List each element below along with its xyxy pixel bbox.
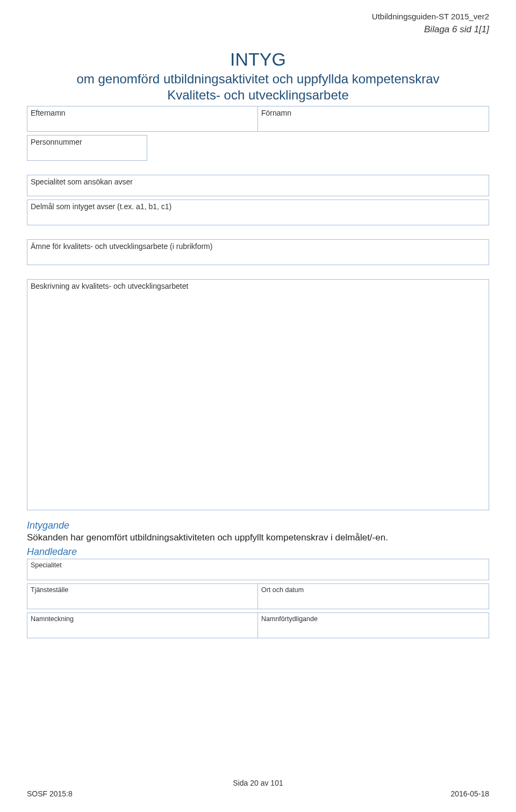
tjanstestalle-label: Tjänsteställe (31, 586, 254, 594)
signature-row: Namnteckning Namnförtydligande (27, 612, 489, 638)
namnteckning-label: Namnteckning (31, 615, 254, 623)
handledare-specialitet-row: Specialitet (27, 559, 489, 580)
handledare-specialitet-field[interactable]: Specialitet (27, 559, 489, 580)
personnummer-field[interactable]: Personnummer (27, 135, 147, 161)
efternamn-label: Efternamn (31, 109, 254, 118)
footer-left: SOSF 2015:8 (27, 789, 73, 798)
name-row: Efternamn Förnamn (27, 106, 489, 132)
page-header-right: Utbildningsguiden-ST 2015_ver2 Bilaga 6 … (372, 12, 489, 35)
title-subline: om genomförd utbildningsaktivitet och up… (27, 72, 489, 87)
tjanstestalle-row: Tjänsteställe Ort och datum (27, 583, 489, 609)
namnfortydligande-label: Namnförtydligande (261, 615, 485, 623)
intygande-heading: Intygande (27, 520, 489, 531)
specialitet-ansokan-field[interactable]: Specialitet som ansökan avser (27, 175, 489, 196)
delmal-field[interactable]: Delmål som intyget avser (t.ex. a1, b1, … (27, 200, 489, 225)
handledare-heading: Handledare (27, 546, 489, 558)
title-block: INTYG om genomförd utbildningsaktivitet … (27, 48, 489, 103)
footer-bar: SOSF 2015:8 2016-05-18 (27, 789, 489, 798)
namnteckning-field[interactable]: Namnteckning (27, 612, 258, 638)
fornamn-label: Förnamn (261, 109, 485, 118)
personnummer-label: Personnummer (31, 138, 144, 147)
ort-datum-field[interactable]: Ort och datum (258, 583, 489, 609)
delmal-label: Delmål som intyget avser (t.ex. a1, b1, … (31, 202, 485, 211)
document-page: Utbildningsguiden-ST 2015_ver2 Bilaga 6 … (0, 0, 516, 812)
amne-label: Ämne för kvalitets- och utvecklingsarbet… (31, 242, 485, 251)
footer-right: 2016-05-18 (450, 789, 489, 798)
title-main: INTYG (27, 48, 489, 70)
beskrivning-row: Beskrivning av kvalitets- och utveckling… (27, 279, 489, 510)
personnummer-row: Personnummer (27, 135, 489, 161)
specialitet-ansokan-row: Specialitet som ansökan avser (27, 175, 489, 196)
footer-page-number: Sida 20 av 101 (0, 779, 516, 787)
tjanstestalle-field[interactable]: Tjänsteställe (27, 583, 258, 609)
title-subject: Kvalitets- och utvecklingsarbete (27, 88, 489, 103)
efternamn-field[interactable]: Efternamn (27, 106, 258, 132)
amne-field[interactable]: Ämne för kvalitets- och utvecklingsarbet… (27, 239, 489, 265)
namnfortydligande-field[interactable]: Namnförtydligande (258, 612, 489, 638)
beskrivning-field[interactable]: Beskrivning av kvalitets- och utveckling… (27, 279, 489, 510)
attachment-label: Bilaga 6 sid 1[1] (372, 24, 489, 35)
beskrivning-label: Beskrivning av kvalitets- och utveckling… (31, 282, 485, 291)
delmal-row: Delmål som intyget avser (t.ex. a1, b1, … (27, 200, 489, 225)
ort-datum-label: Ort och datum (261, 586, 485, 594)
specialitet-ansokan-label: Specialitet som ansökan avser (31, 177, 485, 187)
handledare-specialitet-label: Specialitet (31, 561, 485, 569)
doc-version: Utbildningsguiden-ST 2015_ver2 (372, 12, 489, 21)
intygande-text: Sökanden har genomfört utbildningsaktivi… (27, 532, 489, 543)
fornamn-field[interactable]: Förnamn (258, 106, 489, 132)
amne-row: Ämne för kvalitets- och utvecklingsarbet… (27, 239, 489, 265)
